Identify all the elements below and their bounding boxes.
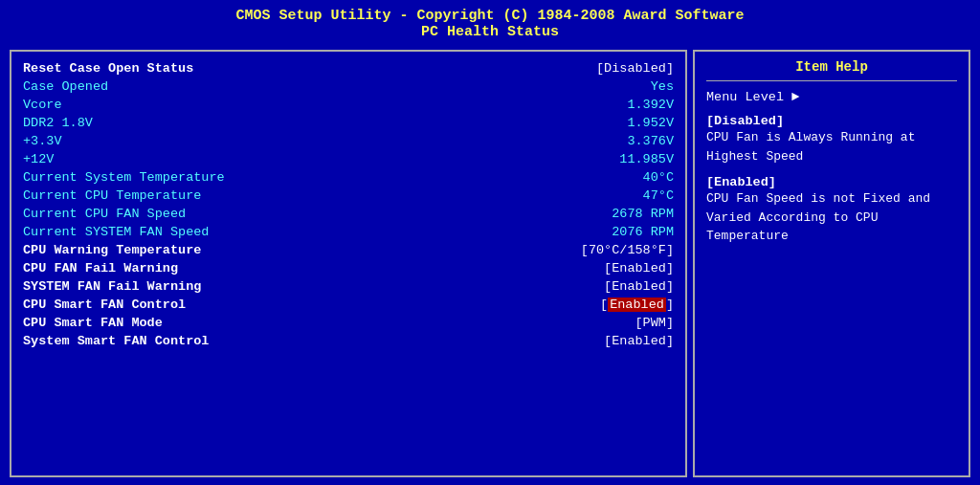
table-row: DDR2 1.8V 1.952V: [23, 114, 674, 132]
table-row: Vcore 1.392V: [23, 96, 674, 114]
arrow-right-icon: ►: [791, 89, 799, 104]
row-label: Vcore: [23, 98, 62, 112]
help-section-label: [Disabled]: [706, 114, 957, 128]
help-section-text: CPU Fan is Always Running at Highest Spe…: [706, 128, 957, 165]
right-panel: Item Help Menu Level ► [Disabled] CPU Fa…: [693, 50, 970, 477]
row-value: 2076 RPM: [612, 225, 674, 239]
row-value: [70°C/158°F]: [581, 243, 674, 257]
table-row: Case Opened Yes: [23, 77, 674, 96]
row-label: Reset Case Open Status: [23, 61, 193, 76]
table-row[interactable]: CPU Warning Temperature [70°C/158°F]: [23, 241, 674, 259]
row-value: 1.952V: [627, 116, 674, 130]
table-row[interactable]: Reset Case Open Status [Disabled]: [23, 59, 674, 77]
menu-level-row: Menu Level ►: [706, 89, 957, 104]
header: CMOS Setup Utility - Copyright (C) 1984-…: [0, 0, 980, 44]
row-label: System Smart FAN Control: [23, 334, 209, 348]
row-value: 1.392V: [627, 98, 674, 112]
row-label: SYSTEM FAN Fail Warning: [23, 279, 201, 294]
row-label: CPU Warning Temperature: [23, 243, 201, 257]
help-section-label: [Enabled]: [706, 175, 957, 189]
help-section-text: CPU Fan Speed is not Fixed and Varied Ac…: [706, 189, 957, 246]
row-value: 11.985V: [619, 152, 674, 166]
row-value: Yes: [651, 79, 674, 94]
row-value: [Enabled]: [604, 261, 674, 276]
row-label: DDR2 1.8V: [23, 116, 93, 130]
row-value: [Enabled]: [604, 279, 674, 294]
table-row[interactable]: CPU Smart FAN Control [Enabled]: [23, 296, 674, 314]
row-label: Case Opened: [23, 79, 108, 94]
table-row: Current SYSTEM FAN Speed 2076 RPM: [23, 223, 674, 241]
row-value: 47°C: [643, 188, 674, 203]
table-row: Current CPU FAN Speed 2678 RPM: [23, 205, 674, 223]
row-value: [Enabled]: [604, 334, 674, 348]
table-row[interactable]: SYSTEM FAN Fail Warning [Enabled]: [23, 277, 674, 296]
left-panel: Reset Case Open Status [Disabled] Case O…: [10, 50, 687, 477]
row-value: 2678 RPM: [612, 207, 674, 221]
row-value: [Disabled]: [596, 61, 674, 76]
row-label: Current CPU Temperature: [23, 188, 201, 203]
row-label: Current SYSTEM FAN Speed: [23, 225, 209, 239]
header-title: CMOS Setup Utility - Copyright (C) 1984-…: [0, 8, 980, 24]
help-section-enabled: [Enabled] CPU Fan Speed is not Fixed and…: [706, 175, 957, 246]
item-help-title: Item Help: [706, 59, 957, 81]
help-section-disabled: [Disabled] CPU Fan is Always Running at …: [706, 114, 957, 165]
row-label: +12V: [23, 152, 54, 166]
main-container: Reset Case Open Status [Disabled] Case O…: [10, 50, 970, 477]
table-row[interactable]: CPU Smart FAN Mode [PWM]: [23, 314, 674, 332]
table-row: Current System Temperature 40°C: [23, 168, 674, 187]
table-row[interactable]: CPU FAN Fail Warning [Enabled]: [23, 259, 674, 277]
row-value: [Enabled]: [600, 298, 674, 312]
table-row[interactable]: System Smart FAN Control [Enabled]: [23, 332, 674, 350]
row-label: +3.3V: [23, 134, 62, 148]
row-label: CPU Smart FAN Mode: [23, 316, 163, 330]
row-label: CPU FAN Fail Warning: [23, 261, 178, 276]
table-row: +3.3V 3.376V: [23, 132, 674, 150]
row-label: Current CPU FAN Speed: [23, 207, 186, 221]
row-value: 40°C: [643, 170, 674, 185]
row-value: [PWM]: [635, 316, 674, 330]
highlighted-value: Enabled: [608, 298, 666, 312]
row-value: 3.376V: [627, 134, 674, 148]
row-label: Current System Temperature: [23, 170, 225, 185]
table-row: +12V 11.985V: [23, 150, 674, 168]
table-row: Current CPU Temperature 47°C: [23, 187, 674, 205]
header-subtitle: PC Health Status: [0, 24, 980, 40]
row-label: CPU Smart FAN Control: [23, 298, 186, 312]
menu-level-label: Menu Level: [706, 90, 784, 104]
